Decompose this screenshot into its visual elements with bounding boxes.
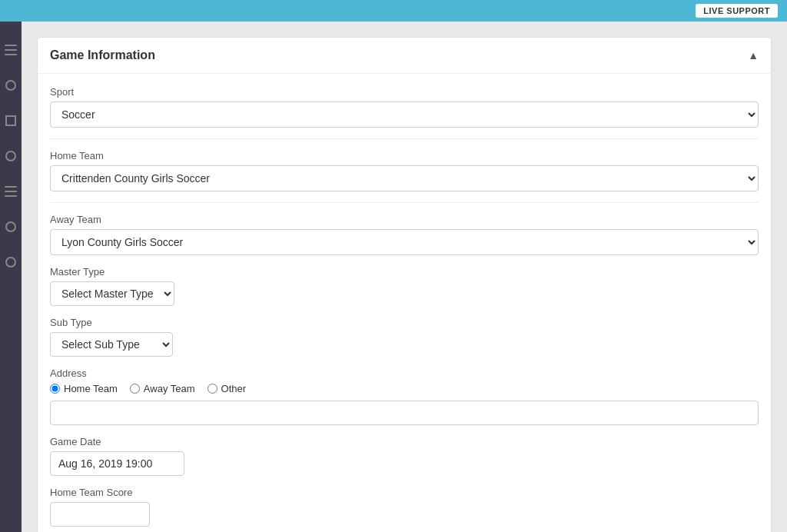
page-layout: Game Information ▲ Sport Soccer Basketba… [0, 22, 787, 532]
away-team-label: Away Team [50, 214, 759, 225]
address-home-team-text: Home Team [64, 383, 118, 394]
address-radio-row: Home Team Away Team Other [50, 383, 759, 394]
game-date-input[interactable] [50, 451, 184, 476]
sidebar-menu-icon[interactable] [5, 45, 17, 55]
sidebar-square-icon[interactable] [5, 115, 16, 126]
game-date-group: Game Date [50, 436, 759, 476]
top-bar: LIVE SUPPORT [0, 0, 787, 22]
away-team-select[interactable]: Lyon County Girls Soccer [50, 229, 759, 255]
address-home-team-radio[interactable] [50, 384, 60, 394]
sidebar-settings-icon[interactable] [5, 257, 16, 268]
address-input[interactable] [50, 401, 759, 425]
away-team-group: Away Team Lyon County Girls Soccer [50, 214, 759, 255]
home-team-group: Home Team Crittenden County Girls Soccer [50, 150, 759, 191]
address-other-radio[interactable] [208, 384, 218, 394]
master-type-label: Master Type [50, 266, 759, 278]
address-label: Address [50, 367, 759, 379]
sport-select[interactable]: Soccer Basketball Football [50, 101, 759, 128]
game-information-card: Game Information ▲ Sport Soccer Basketba… [37, 37, 772, 532]
sub-type-select[interactable]: Select Sub Type [50, 332, 173, 357]
address-away-team-radio[interactable] [130, 384, 140, 394]
live-support-button[interactable]: LIVE SUPPORT [696, 4, 778, 18]
divider-2 [50, 202, 759, 203]
sub-type-label: Sub Type [50, 317, 759, 328]
address-group: Address Home Team Away Team Other [50, 367, 759, 425]
divider-1 [50, 138, 759, 139]
sport-group: Sport Soccer Basketball Football [50, 86, 759, 128]
sidebar-circle-icon-1[interactable] [5, 80, 16, 91]
main-content: Game Information ▲ Sport Soccer Basketba… [22, 22, 787, 532]
address-other-text: Other [221, 383, 247, 394]
address-other-radio-label[interactable]: Other [208, 383, 247, 394]
address-home-team-radio-label[interactable]: Home Team [50, 383, 118, 394]
sport-label: Sport [50, 86, 759, 98]
game-information-header: Game Information ▲ [38, 38, 771, 74]
master-type-select[interactable]: Select Master Type [50, 281, 174, 306]
game-information-collapse-icon[interactable]: ▲ [748, 49, 759, 62]
sidebar-menu-icon-2[interactable] [5, 186, 17, 197]
sidebar-circle-icon-2[interactable] [5, 151, 16, 161]
game-information-title: Game Information [50, 48, 155, 62]
sidebar-items [5, 29, 17, 268]
game-information-body: Sport Soccer Basketball Football Home Te… [38, 74, 771, 532]
home-score-label: Home Team Score [50, 487, 759, 498]
address-away-team-radio-label[interactable]: Away Team [130, 383, 195, 394]
home-score-input[interactable] [50, 502, 150, 527]
sidebar-gear-icon[interactable] [5, 221, 16, 232]
sub-type-group: Sub Type Select Sub Type [50, 317, 759, 357]
address-away-team-text: Away Team [144, 383, 195, 394]
home-team-select[interactable]: Crittenden County Girls Soccer [50, 165, 759, 191]
sidebar [0, 22, 22, 532]
home-score-group: Home Team Score [50, 487, 759, 527]
home-team-label: Home Team [50, 150, 759, 161]
master-type-group: Master Type Select Master Type [50, 266, 759, 306]
game-date-label: Game Date [50, 436, 759, 447]
